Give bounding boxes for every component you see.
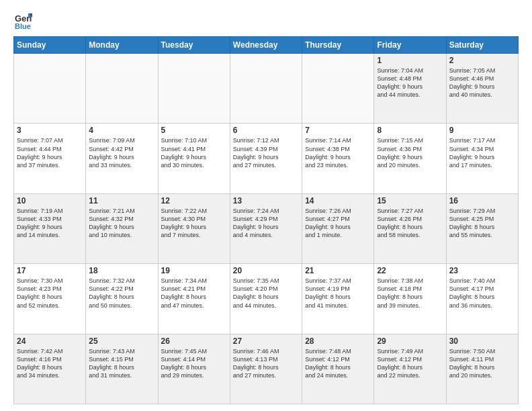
day-cell: 12Sunrise: 7:22 AM Sunset: 4:30 PM Dayli…: [158, 193, 230, 263]
day-number: 20: [233, 266, 299, 275]
week-row-4: 17Sunrise: 7:30 AM Sunset: 4:23 PM Dayli…: [14, 264, 519, 334]
day-info: Sunrise: 7:17 AM Sunset: 4:34 PM Dayligh…: [449, 136, 515, 169]
day-cell: 14Sunrise: 7:26 AM Sunset: 4:27 PM Dayli…: [302, 193, 374, 263]
day-info: Sunrise: 7:12 AM Sunset: 4:39 PM Dayligh…: [233, 136, 299, 169]
day-info: Sunrise: 7:24 AM Sunset: 4:29 PM Dayligh…: [233, 207, 299, 240]
day-info: Sunrise: 7:42 AM Sunset: 4:16 PM Dayligh…: [17, 347, 83, 380]
day-number: 1: [377, 56, 443, 65]
day-number: 19: [161, 266, 227, 275]
day-number: 28: [305, 336, 371, 346]
day-number: 10: [17, 196, 83, 205]
day-info: Sunrise: 7:29 AM Sunset: 4:25 PM Dayligh…: [449, 207, 515, 240]
day-cell: 30Sunrise: 7:50 AM Sunset: 4:11 PM Dayli…: [446, 334, 518, 404]
day-cell: 17Sunrise: 7:30 AM Sunset: 4:23 PM Dayli…: [14, 264, 86, 334]
day-number: 13: [233, 196, 299, 205]
day-cell: [158, 54, 230, 124]
day-cell: 22Sunrise: 7:38 AM Sunset: 4:18 PM Dayli…: [374, 264, 446, 334]
day-cell: 13Sunrise: 7:24 AM Sunset: 4:29 PM Dayli…: [230, 193, 302, 263]
day-cell: 26Sunrise: 7:45 AM Sunset: 4:14 PM Dayli…: [158, 334, 230, 404]
day-number: 2: [449, 56, 515, 65]
day-cell: [302, 54, 374, 124]
day-cell: 11Sunrise: 7:21 AM Sunset: 4:32 PM Dayli…: [86, 193, 158, 263]
day-cell: 7Sunrise: 7:14 AM Sunset: 4:38 PM Daylig…: [302, 124, 374, 193]
header: General Blue: [13, 11, 519, 30]
day-cell: 9Sunrise: 7:17 AM Sunset: 4:34 PM Daylig…: [446, 124, 518, 193]
week-row-3: 10Sunrise: 7:19 AM Sunset: 4:33 PM Dayli…: [14, 193, 519, 263]
day-cell: 3Sunrise: 7:07 AM Sunset: 4:44 PM Daylig…: [14, 124, 86, 193]
day-number: 3: [17, 126, 83, 135]
week-row-5: 24Sunrise: 7:42 AM Sunset: 4:16 PM Dayli…: [14, 334, 519, 404]
day-number: 29: [377, 336, 443, 346]
day-info: Sunrise: 7:38 AM Sunset: 4:18 PM Dayligh…: [377, 277, 443, 310]
day-number: 21: [305, 266, 371, 275]
week-row-2: 3Sunrise: 7:07 AM Sunset: 4:44 PM Daylig…: [14, 124, 519, 193]
day-cell: 5Sunrise: 7:10 AM Sunset: 4:41 PM Daylig…: [158, 124, 230, 193]
day-number: 25: [89, 336, 154, 346]
weekday-monday: Monday: [86, 37, 158, 54]
day-info: Sunrise: 7:40 AM Sunset: 4:17 PM Dayligh…: [449, 277, 515, 310]
day-info: Sunrise: 7:30 AM Sunset: 4:23 PM Dayligh…: [17, 277, 83, 310]
page: General Blue SundayMondayTuesdayWednesda…: [0, 0, 532, 411]
day-number: 11: [89, 196, 154, 205]
day-info: Sunrise: 7:48 AM Sunset: 4:12 PM Dayligh…: [305, 347, 371, 380]
day-cell: [86, 54, 158, 124]
day-info: Sunrise: 7:05 AM Sunset: 4:46 PM Dayligh…: [449, 66, 515, 99]
day-cell: 23Sunrise: 7:40 AM Sunset: 4:17 PM Dayli…: [446, 264, 518, 334]
weekday-thursday: Thursday: [302, 37, 374, 54]
day-info: Sunrise: 7:22 AM Sunset: 4:30 PM Dayligh…: [161, 207, 227, 240]
day-cell: 16Sunrise: 7:29 AM Sunset: 4:25 PM Dayli…: [446, 193, 518, 263]
day-number: 14: [305, 196, 371, 205]
weekday-saturday: Saturday: [446, 37, 518, 54]
day-cell: 24Sunrise: 7:42 AM Sunset: 4:16 PM Dayli…: [14, 334, 86, 404]
day-info: Sunrise: 7:32 AM Sunset: 4:22 PM Dayligh…: [89, 277, 154, 310]
day-number: 18: [89, 266, 154, 275]
day-number: 27: [233, 336, 299, 346]
day-info: Sunrise: 7:26 AM Sunset: 4:27 PM Dayligh…: [305, 207, 371, 240]
day-info: Sunrise: 7:09 AM Sunset: 4:42 PM Dayligh…: [89, 136, 154, 169]
day-cell: 19Sunrise: 7:34 AM Sunset: 4:21 PM Dayli…: [158, 264, 230, 334]
day-cell: 25Sunrise: 7:43 AM Sunset: 4:15 PM Dayli…: [86, 334, 158, 404]
day-cell: 27Sunrise: 7:46 AM Sunset: 4:13 PM Dayli…: [230, 334, 302, 404]
day-number: 17: [17, 266, 83, 275]
day-number: 12: [161, 196, 227, 205]
day-cell: 20Sunrise: 7:35 AM Sunset: 4:20 PM Dayli…: [230, 264, 302, 334]
day-cell: [14, 54, 86, 124]
day-cell: 1Sunrise: 7:04 AM Sunset: 4:48 PM Daylig…: [374, 54, 446, 124]
day-number: 30: [449, 336, 515, 346]
day-info: Sunrise: 7:15 AM Sunset: 4:36 PM Dayligh…: [377, 136, 443, 169]
weekday-wednesday: Wednesday: [230, 37, 302, 54]
day-number: 4: [89, 126, 154, 135]
day-info: Sunrise: 7:37 AM Sunset: 4:19 PM Dayligh…: [305, 277, 371, 310]
day-number: 5: [161, 126, 227, 135]
day-info: Sunrise: 7:27 AM Sunset: 4:26 PM Dayligh…: [377, 207, 443, 240]
day-info: Sunrise: 7:14 AM Sunset: 4:38 PM Dayligh…: [305, 136, 371, 169]
day-info: Sunrise: 7:04 AM Sunset: 4:48 PM Dayligh…: [377, 66, 443, 99]
day-cell: 15Sunrise: 7:27 AM Sunset: 4:26 PM Dayli…: [374, 193, 446, 263]
day-number: 16: [449, 196, 515, 205]
day-cell: 2Sunrise: 7:05 AM Sunset: 4:46 PM Daylig…: [446, 54, 518, 124]
day-cell: 18Sunrise: 7:32 AM Sunset: 4:22 PM Dayli…: [86, 264, 158, 334]
day-number: 15: [377, 196, 443, 205]
day-cell: 6Sunrise: 7:12 AM Sunset: 4:39 PM Daylig…: [230, 124, 302, 193]
day-info: Sunrise: 7:43 AM Sunset: 4:15 PM Dayligh…: [89, 347, 154, 380]
day-number: 26: [161, 336, 227, 346]
day-info: Sunrise: 7:34 AM Sunset: 4:21 PM Dayligh…: [161, 277, 227, 310]
weekday-sunday: Sunday: [14, 37, 86, 54]
logo-icon: General Blue: [13, 11, 32, 30]
day-number: 23: [449, 266, 515, 275]
weekday-friday: Friday: [374, 37, 446, 54]
day-info: Sunrise: 7:45 AM Sunset: 4:14 PM Dayligh…: [161, 347, 227, 380]
day-info: Sunrise: 7:10 AM Sunset: 4:41 PM Dayligh…: [161, 136, 227, 169]
calendar-table: SundayMondayTuesdayWednesdayThursdayFrid…: [13, 36, 519, 404]
day-cell: 29Sunrise: 7:49 AM Sunset: 4:12 PM Dayli…: [374, 334, 446, 404]
day-cell: 4Sunrise: 7:09 AM Sunset: 4:42 PM Daylig…: [86, 124, 158, 193]
weekday-header-row: SundayMondayTuesdayWednesdayThursdayFrid…: [14, 37, 519, 54]
day-number: 9: [449, 126, 515, 135]
day-number: 24: [17, 336, 83, 346]
day-cell: 10Sunrise: 7:19 AM Sunset: 4:33 PM Dayli…: [14, 193, 86, 263]
day-cell: 28Sunrise: 7:48 AM Sunset: 4:12 PM Dayli…: [302, 334, 374, 404]
week-row-1: 1Sunrise: 7:04 AM Sunset: 4:48 PM Daylig…: [14, 54, 519, 124]
day-info: Sunrise: 7:19 AM Sunset: 4:33 PM Dayligh…: [17, 207, 83, 240]
day-cell: [230, 54, 302, 124]
weekday-tuesday: Tuesday: [158, 37, 230, 54]
